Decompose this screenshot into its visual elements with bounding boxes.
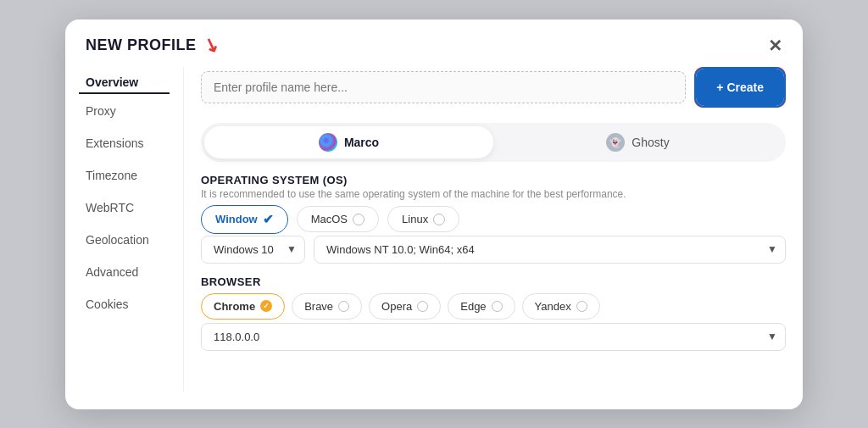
os-options-row: Window ✔ MacOS Linux [201,205,786,234]
marco-icon [319,133,337,152]
svg-point-0 [319,133,337,152]
sidebar: Overview Proxy Extensions Timezone WebRT… [65,67,184,392]
new-profile-modal: NEW PROFILE ↘ ✕ Overview Proxy Extension… [65,19,803,409]
browser-btn-chrome[interactable]: Chrome [201,293,285,320]
modal-overlay: NEW PROFILE ↘ ✕ Overview Proxy Extension… [0,0,868,428]
browser-version-row: 118.0.0.0 117.0.0.0 116.0.0.0 ▼ [201,323,786,351]
os-btn-window[interactable]: Window ✔ [201,205,288,234]
sidebar-item-webrtc[interactable]: WebRTC [79,192,170,223]
edge-label: Edge [460,300,486,313]
sidebar-item-cookies[interactable]: Cookies [79,289,170,320]
window-check-icon: ✔ [263,212,274,227]
create-button[interactable]: + Create [698,70,782,104]
sidebar-item-extensions[interactable]: Extensions [79,128,170,158]
svg-text:👻: 👻 [609,136,621,148]
browser-section-title: BROWSER [201,275,786,288]
modal-title: NEW PROFILE ↘ [86,35,219,57]
modal-body: Overview Proxy Extensions Timezone WebRT… [65,67,803,409]
profile-name-input[interactable] [201,71,686,103]
chrome-label: Chrome [214,300,255,313]
ghosty-tab-label: Ghosty [632,136,669,149]
edge-radio [492,301,503,312]
os-select-row: Windows 10 Windows 8 Windows 7 ▼ Windows… [201,236,786,264]
sidebar-item-advanced[interactable]: Advanced [79,257,170,287]
create-btn-wrapper: + Create [694,67,786,108]
modal-header: NEW PROFILE ↘ ✕ [65,19,803,67]
top-bar: + Create [201,67,786,108]
brave-label: Brave [304,300,333,313]
opera-label: Opera [381,300,412,313]
macos-radio [353,214,364,225]
browser-version-select[interactable]: 118.0.0.0 117.0.0.0 116.0.0.0 [201,323,786,351]
os-ua-select-wrapper: Windows NT 10.0; Win64; x64 Windows NT 6… [314,236,786,264]
arrow-icon: ↘ [200,32,222,58]
marco-tab-label: Marco [344,136,379,149]
ghosty-icon: 👻 [606,133,625,152]
opera-radio [417,301,428,312]
sidebar-item-overview[interactable]: Overview [79,67,170,94]
sidebar-item-timezone[interactable]: Timezone [79,160,170,191]
linux-radio [433,214,445,225]
close-button[interactable]: ✕ [768,37,782,54]
profile-tab-marco[interactable]: Marco [204,126,493,158]
brave-radio [338,301,349,312]
browser-section: BROWSER Chrome Brave Opera [201,275,786,351]
os-btn-linux[interactable]: Linux [387,206,459,232]
browser-btn-opera[interactable]: Opera [369,293,441,320]
modal-title-text: NEW PROFILE [86,36,197,54]
main-content: + Create [184,67,803,392]
os-ua-select[interactable]: Windows NT 10.0; Win64; x64 Windows NT 6… [314,236,786,264]
sidebar-item-geolocation[interactable]: Geolocation [79,225,170,255]
yandex-radio [576,301,587,312]
profile-tab-ghosty[interactable]: 👻 Ghosty [493,126,782,158]
browser-btn-yandex[interactable]: Yandex [522,293,600,320]
os-section-title: OPERATING SYSTEM (OS) [201,174,786,186]
browser-btn-brave[interactable]: Brave [292,293,362,320]
os-linux-label: Linux [402,213,428,225]
yandex-label: Yandex [535,300,571,313]
browser-version-select-wrapper: 118.0.0.0 117.0.0.0 116.0.0.0 ▼ [201,323,786,351]
os-btn-macos[interactable]: MacOS [297,206,379,232]
browser-options-row: Chrome Brave Opera Edge [201,293,786,320]
os-version-select[interactable]: Windows 10 Windows 8 Windows 7 [201,236,305,264]
os-section-desc: It is recommended to use the same operat… [201,188,786,200]
chrome-active-icon [260,300,272,312]
os-section: OPERATING SYSTEM (OS) It is recommended … [201,174,786,264]
os-version-select-wrapper: Windows 10 Windows 8 Windows 7 ▼ [201,236,305,264]
os-macos-label: MacOS [311,213,348,225]
os-window-label: Window [215,213,258,225]
browser-btn-edge[interactable]: Edge [448,293,515,320]
sidebar-item-proxy[interactable]: Proxy [79,96,170,126]
profile-tabs: Marco 👻 Ghosty [201,123,786,162]
